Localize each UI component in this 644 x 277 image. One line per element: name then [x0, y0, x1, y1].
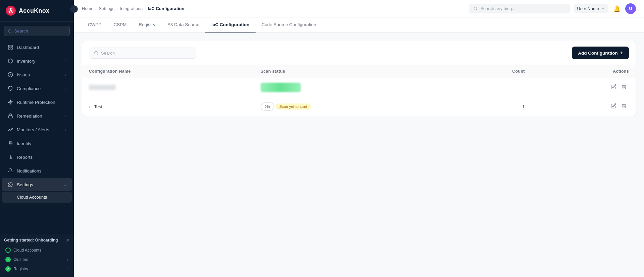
- sidebar-label-compliance: Compliance: [17, 86, 62, 91]
- main-content: Home › Settings › Integrations › IaC Con…: [74, 0, 644, 277]
- svg-marker-12: [8, 100, 12, 104]
- settings-icon: [7, 182, 13, 188]
- onboarding-step-clusters[interactable]: ✓ Clusters ›: [4, 255, 70, 264]
- config-name-cell-2: › Test: [82, 97, 254, 116]
- onboarding-panel: Getting started: Onboarding ✕ Cloud Acco…: [0, 234, 74, 277]
- breadcrumb-sep-2: ›: [116, 7, 118, 11]
- breadcrumb-sep-3: ›: [145, 7, 146, 11]
- chevron-down-icon: ›: [65, 128, 66, 132]
- svg-line-19: [476, 9, 477, 10]
- search-icon: [473, 6, 478, 11]
- chevron-right-icon: ›: [67, 267, 68, 271]
- search-icon: [8, 29, 12, 33]
- config-name-test: Test: [94, 104, 102, 109]
- chevron-down-icon: ›: [65, 87, 66, 90]
- step-icon-clusters: ✓: [5, 257, 11, 262]
- onboarding-label-cloud-accounts: Cloud Accounts: [13, 248, 64, 253]
- tab-cwpp[interactable]: CWPP: [82, 17, 108, 32]
- breadcrumb-integrations[interactable]: Integrations: [120, 6, 143, 11]
- count-cell-2: 1: [451, 97, 532, 116]
- sidebar-label-runtime-protection: Runtime Protection: [17, 100, 62, 105]
- scan-status-cell-1: [254, 78, 451, 97]
- sidebar-item-issues[interactable]: Issues ›: [2, 68, 72, 81]
- edit-button-2[interactable]: [609, 102, 618, 111]
- breadcrumb-settings[interactable]: Settings: [99, 6, 114, 11]
- count-cell-1: [451, 78, 532, 97]
- sidebar-item-notifications[interactable]: Notifications: [2, 164, 72, 178]
- table-search-input[interactable]: [101, 51, 191, 56]
- scan-badge: Scan yet to start: [276, 103, 311, 110]
- chevron-up-icon: ⌄: [64, 183, 66, 187]
- sidebar-item-cloud-accounts[interactable]: Cloud Accounts: [2, 192, 72, 203]
- configurations-table: Configuration Name Scan status Count Act…: [82, 65, 636, 116]
- sidebar-item-runtime-protection[interactable]: Runtime Protection ›: [2, 95, 72, 109]
- bell-icon: [7, 168, 13, 174]
- svg-point-20: [95, 51, 98, 54]
- check-shield-icon: [7, 85, 13, 91]
- svg-point-2: [10, 8, 12, 10]
- breadcrumb-home[interactable]: Home: [82, 6, 94, 11]
- topbar-right: User Name 🔔 U: [574, 3, 636, 14]
- topbar-search-input[interactable]: [480, 6, 565, 11]
- column-header-actions: Actions: [532, 65, 636, 78]
- sidebar-item-inventory[interactable]: Inventory ›: [2, 54, 72, 68]
- topbar-search-container[interactable]: [469, 4, 570, 13]
- sidebar-item-settings[interactable]: Settings ⌄: [2, 178, 72, 191]
- edit-button-1[interactable]: [609, 83, 618, 92]
- table-search-container[interactable]: [89, 48, 196, 59]
- content-area: CWPP CSPM Registry S3 Data Source IaC Co…: [74, 17, 644, 277]
- column-header-config-name: Configuration Name: [82, 65, 254, 78]
- chevron-down-icon: [601, 7, 605, 11]
- add-configuration-label: Add Configuration: [578, 51, 618, 56]
- blurred-name: [89, 85, 116, 90]
- sidebar-label-remediation: Remediation: [17, 114, 62, 119]
- user-name: User Name: [577, 6, 599, 11]
- svg-rect-7: [8, 48, 10, 49]
- sidebar-item-compliance[interactable]: Compliance ›: [2, 82, 72, 95]
- sidebar-label-inventory: Inventory: [17, 59, 62, 64]
- chevron-right-icon: ›: [67, 258, 68, 262]
- sidebar-item-reports[interactable]: Reports: [2, 150, 72, 164]
- sidebar-search-input[interactable]: [14, 28, 66, 33]
- tab-iac-configuration[interactable]: IaC Configuration: [205, 17, 255, 32]
- breadcrumb-sep-1: ›: [96, 7, 97, 11]
- onboarding-step-registry[interactable]: ✓ Registry ›: [4, 264, 70, 274]
- tab-s3-data-source[interactable]: S3 Data Source: [161, 17, 205, 32]
- sidebar-search-container[interactable]: [4, 26, 70, 36]
- accuknox-logo-icon: [5, 5, 16, 16]
- config-name-cell-1: [82, 78, 254, 97]
- sidebar-item-monitors-alerts[interactable]: Monitors / Alerts ›: [2, 123, 72, 136]
- add-configuration-button[interactable]: Add Configuration +: [572, 47, 629, 59]
- sidebar-label-settings: Settings: [17, 182, 60, 187]
- onboarding-step-cloud-accounts[interactable]: Cloud Accounts ›: [4, 246, 70, 255]
- delete-button-1[interactable]: [620, 83, 629, 92]
- delete-button-2[interactable]: [620, 102, 629, 111]
- svg-rect-6: [11, 45, 12, 47]
- table-container: Add Configuration + Configuration Name S…: [82, 41, 636, 116]
- sidebar-item-dashboard[interactable]: Dashboard: [2, 41, 72, 54]
- sidebar-item-remediation[interactable]: Remediation ›: [2, 109, 72, 123]
- onboarding-label-registry: Registry: [13, 267, 64, 271]
- svg-point-18: [474, 7, 477, 10]
- onboarding-header: Getting started: Onboarding ✕: [4, 237, 70, 243]
- table-toolbar: Add Configuration +: [82, 41, 636, 65]
- notification-bell-icon[interactable]: 🔔: [613, 5, 621, 12]
- sidebar-label-cloud-accounts: Cloud Accounts: [17, 195, 47, 200]
- user-dropdown[interactable]: User Name: [574, 4, 608, 13]
- onboarding-close-button[interactable]: ✕: [66, 237, 70, 243]
- tab-code-source-configuration[interactable]: Code Source Configuration: [256, 17, 322, 32]
- sidebar-nav: Dashboard Inventory › Issues › Complianc…: [0, 40, 74, 234]
- step-icon-registry: ✓: [5, 266, 11, 272]
- zap-icon: [7, 99, 13, 105]
- svg-line-21: [97, 54, 98, 55]
- sidebar-item-identity[interactable]: Identity ›: [2, 137, 72, 150]
- fingerprint-icon: [7, 140, 13, 146]
- sidebar-collapse-button[interactable]: ‹: [70, 5, 78, 13]
- chevron-down-icon: ›: [65, 114, 66, 118]
- chevron-down-icon: ›: [65, 73, 66, 77]
- tab-cspm[interactable]: CSPM: [108, 17, 133, 32]
- breadcrumb: Home › Settings › Integrations › IaC Con…: [82, 6, 465, 11]
- row-expander-icon[interactable]: ›: [89, 105, 90, 109]
- tab-registry[interactable]: Registry: [133, 17, 162, 32]
- svg-rect-13: [8, 116, 12, 118]
